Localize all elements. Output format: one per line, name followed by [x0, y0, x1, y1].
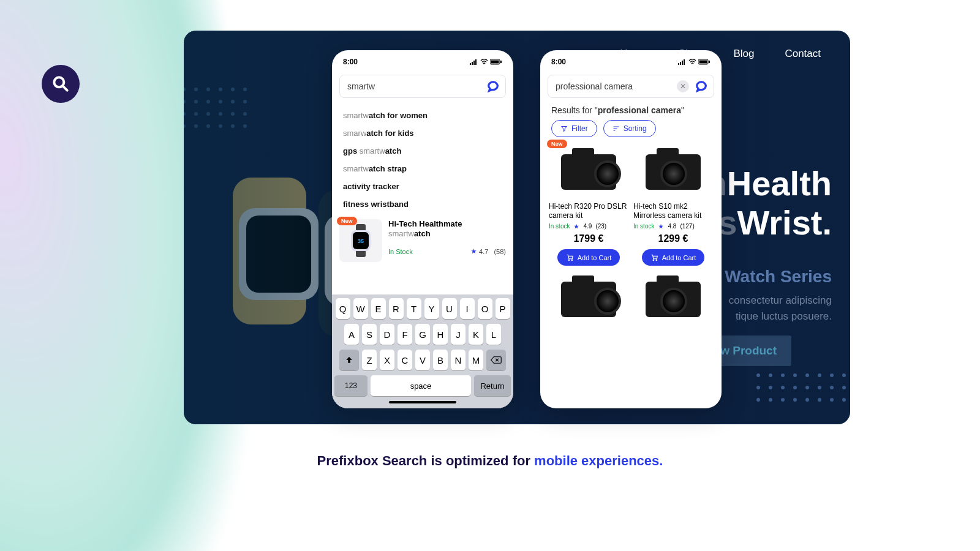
- sort-icon: [612, 125, 620, 132]
- svg-point-48: [769, 398, 772, 402]
- key-o[interactable]: O: [478, 298, 492, 319]
- key-e[interactable]: E: [371, 298, 386, 319]
- space-key[interactable]: space: [371, 375, 471, 396]
- svg-point-46: [842, 386, 846, 389]
- key-u[interactable]: U: [442, 298, 457, 319]
- svg-text:35: 35: [358, 238, 364, 244]
- stock-label: In stock: [633, 223, 654, 230]
- key-x[interactable]: X: [380, 350, 394, 370]
- product-title: Hi-tech R320 Pro DSLR camera kit: [549, 202, 628, 220]
- star-icon: [470, 248, 477, 255]
- numbers-key[interactable]: 123: [334, 375, 368, 396]
- sorting-button[interactable]: Sorting: [603, 120, 656, 137]
- suggestion-item[interactable]: smarwatch for kids: [343, 124, 502, 142]
- stock-label: In stock: [549, 223, 570, 230]
- nav-item[interactable]: Contact: [785, 48, 821, 60]
- filter-button[interactable]: Filter: [551, 120, 597, 137]
- wifi-icon: [480, 59, 488, 65]
- suggestion-item[interactable]: smartwatch strap: [343, 160, 502, 178]
- product-suggestion[interactable]: New 35 Hi-Tech Healthmate smartwatch In …: [332, 213, 513, 266]
- star-icon: [658, 223, 664, 230]
- svg-point-32: [769, 373, 772, 377]
- add-to-cart-button[interactable]: Add to Cart: [642, 249, 705, 266]
- nav-item[interactable]: Blog: [733, 48, 754, 60]
- home-indicator: [389, 401, 456, 403]
- svg-point-53: [830, 398, 834, 402]
- key-w[interactable]: W: [353, 298, 368, 319]
- rating-value: 4.9: [583, 223, 592, 230]
- hero-card: Home Shop Blog Contact ThHealth isWrist.…: [184, 31, 850, 424]
- suggestion-item[interactable]: activity tracker: [343, 178, 502, 195]
- key-f[interactable]: F: [398, 324, 412, 345]
- svg-rect-56: [472, 62, 473, 65]
- svg-rect-57: [473, 61, 475, 65]
- key-a[interactable]: A: [344, 324, 359, 345]
- search-button[interactable]: [484, 78, 502, 95]
- keyboard: QWERTYUIOP ASDFGHJKL ZXCVBNM 123 space R…: [332, 294, 513, 408]
- key-t[interactable]: T: [407, 298, 421, 319]
- product-card[interactable]: New Hi-tech R320 Pro DSLR camera kit In …: [549, 144, 628, 266]
- key-s[interactable]: S: [362, 324, 377, 345]
- suggestion-item[interactable]: fitness wristband: [343, 195, 502, 213]
- svg-rect-72: [699, 61, 707, 64]
- search-button[interactable]: [693, 78, 710, 95]
- product-card[interactable]: [633, 272, 713, 327]
- key-n[interactable]: N: [451, 350, 466, 370]
- key-c[interactable]: C: [398, 350, 412, 370]
- new-badge: New: [337, 217, 357, 225]
- key-b[interactable]: B: [433, 350, 448, 370]
- backspace-key[interactable]: [486, 350, 506, 370]
- svg-point-34: [793, 373, 797, 377]
- svg-point-44: [818, 386, 821, 389]
- status-bar: 8:00: [332, 50, 513, 73]
- suggestion-item[interactable]: smartwatch for women: [343, 107, 502, 124]
- clear-button[interactable]: ✕: [677, 80, 689, 92]
- product-card[interactable]: [549, 272, 628, 327]
- key-r[interactable]: R: [389, 298, 404, 319]
- key-j[interactable]: J: [451, 324, 466, 345]
- search-input[interactable]: [556, 81, 677, 91]
- watch-icon: 35: [346, 223, 375, 258]
- svg-point-36: [818, 373, 821, 377]
- key-i[interactable]: I: [460, 298, 475, 319]
- svg-point-50: [793, 398, 797, 402]
- shift-key[interactable]: [339, 350, 359, 370]
- key-v[interactable]: V: [415, 350, 430, 370]
- svg-rect-61: [500, 61, 502, 63]
- svg-rect-58: [475, 59, 477, 65]
- key-y[interactable]: Y: [424, 298, 439, 319]
- product-card[interactable]: Hi-tech S10 mk2 Mirrorless camera kit In…: [633, 144, 713, 266]
- svg-point-41: [781, 386, 785, 389]
- key-l[interactable]: L: [486, 324, 501, 345]
- key-k[interactable]: K: [469, 324, 483, 345]
- rating-value: 4.8: [668, 223, 676, 230]
- key-m[interactable]: M: [469, 350, 483, 370]
- svg-point-35: [805, 373, 809, 377]
- svg-rect-55: [470, 63, 471, 65]
- key-p[interactable]: P: [496, 298, 510, 319]
- price: 1299 €: [658, 233, 688, 244]
- suggestion-item[interactable]: gps smartwatch: [343, 142, 502, 160]
- key-d[interactable]: D: [380, 324, 394, 345]
- search-bar[interactable]: [339, 75, 506, 98]
- svg-point-74: [568, 260, 570, 261]
- key-h[interactable]: H: [433, 324, 448, 345]
- svg-rect-67: [678, 63, 679, 65]
- search-bar[interactable]: ✕: [548, 75, 714, 98]
- status-time: 8:00: [343, 58, 358, 66]
- add-to-cart-button[interactable]: Add to Cart: [557, 249, 620, 266]
- svg-point-77: [656, 260, 657, 261]
- key-z[interactable]: Z: [362, 350, 377, 370]
- svg-rect-68: [680, 62, 681, 65]
- price: 1799 €: [574, 233, 604, 244]
- results-header: Results for "professional camera": [540, 103, 722, 120]
- product-title: Hi-Tech Healthmate smartwatch: [388, 219, 506, 239]
- svg-point-42: [793, 386, 797, 389]
- phone-mockup-autocomplete: 8:00 smartwatch for women smarwatch for …: [332, 50, 513, 408]
- search-input[interactable]: [347, 81, 484, 91]
- svg-point-38: [842, 373, 846, 377]
- key-q[interactable]: Q: [336, 298, 350, 319]
- key-g[interactable]: G: [415, 324, 430, 345]
- product-title: Hi-tech S10 mk2 Mirrorless camera kit: [633, 202, 713, 220]
- return-key[interactable]: Return: [474, 375, 511, 396]
